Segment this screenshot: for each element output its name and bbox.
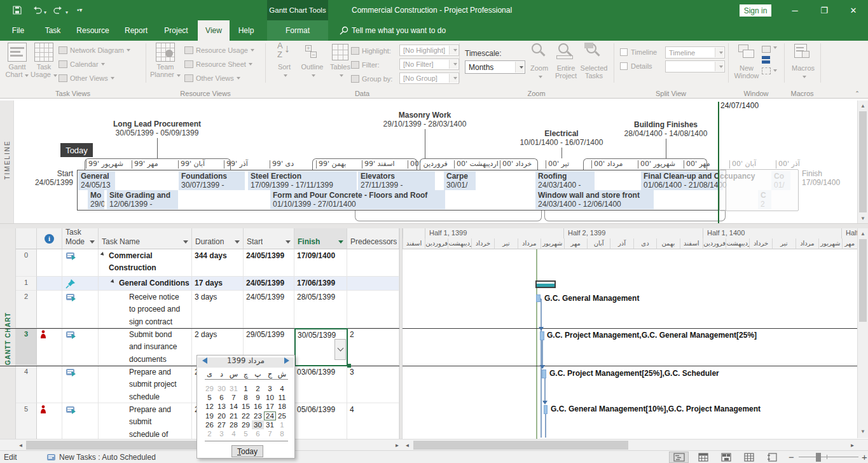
cell-pred-4[interactable]: 3 — [347, 366, 399, 403]
calendar-day[interactable]: 13 — [216, 402, 228, 411]
calendar-views-button[interactable]: Calendar — [59, 59, 143, 69]
groupby-combo-arrow[interactable] — [449, 74, 458, 83]
calendar-day[interactable]: 2 — [203, 429, 216, 438]
gantt-chart-view-button[interactable] — [669, 452, 689, 463]
calendar-day[interactable]: 28 — [228, 420, 240, 429]
cell-info-4[interactable] — [37, 366, 62, 403]
redo-dropdown-icon[interactable]: ▾ — [65, 8, 68, 18]
timeline-scroll-thumb[interactable] — [859, 111, 867, 212]
gantt-chart-pane-tab[interactable]: GANTT CHART — [0, 228, 16, 441]
calendar-day[interactable]: 27 — [216, 420, 228, 429]
column-header-rownum[interactable] — [16, 228, 37, 249]
column-header-finish[interactable]: Finish — [294, 228, 347, 249]
calendar-day[interactable]: 8 — [276, 429, 288, 438]
cell-pred-5[interactable]: 4 — [347, 403, 399, 441]
gantt-scroll-down-icon[interactable]: ▼ — [858, 426, 868, 436]
cell-finish-4[interactable]: 03/06/1399 — [294, 366, 347, 403]
outline-collapse-icon[interactable] — [111, 279, 116, 284]
redo-icon[interactable] — [53, 6, 64, 15]
other-views-button[interactable]: Other Views — [59, 73, 143, 83]
tab-help[interactable]: Help — [232, 20, 260, 41]
gantt-scroll-thumb[interactable] — [859, 239, 867, 322]
calendar-day[interactable]: 6 — [216, 393, 228, 402]
cell-pred-0[interactable] — [347, 249, 399, 277]
minimize-button[interactable]: ─ — [780, 0, 809, 20]
calendar-day[interactable]: 31 — [264, 420, 276, 429]
tab-task[interactable]: Task — [37, 20, 69, 41]
tell-me-search[interactable]: Tell me what you want to do — [352, 20, 446, 41]
calendar-day[interactable]: 3 — [264, 384, 276, 393]
task-usage-button[interactable]: TaskUsage — [31, 43, 57, 78]
collapse-ribbon-icon[interactable]: ⌃ — [853, 90, 862, 97]
cell-name-0[interactable]: Commercial Construction — [99, 249, 192, 277]
team-planner-view-button[interactable] — [716, 452, 736, 463]
save-icon[interactable] — [13, 6, 22, 15]
calendar-day[interactable]: 19 — [203, 411, 216, 420]
cell-mode-4[interactable] — [62, 366, 99, 403]
timeline-bar[interactable]: Roofing24/03/1400 - — [535, 171, 595, 190]
cell-name-5[interactable]: Prepare and submit schedule of — [99, 403, 192, 441]
cell-mode-2[interactable] — [62, 291, 99, 328]
cell-duration-1[interactable]: 17 days — [192, 277, 244, 291]
timeline-pane-tab[interactable]: TIMELINE — [0, 100, 14, 223]
timeline-scroll-up-icon[interactable]: ▲ — [858, 100, 868, 111]
calendar-day[interactable]: 1 — [240, 384, 252, 393]
tab-resource[interactable]: Resource — [71, 20, 114, 41]
calendar-day[interactable]: 30 — [252, 420, 264, 429]
customize-quick-access-icon[interactable]: ▪▾ — [77, 5, 83, 15]
table-scroll-right-icon[interactable]: ► — [392, 440, 402, 450]
timeline-vscrollbar[interactable]: ▲▼ — [857, 100, 868, 223]
gantt-task-bar[interactable] — [542, 370, 546, 378]
calendar-day[interactable]: 3 — [216, 429, 228, 438]
cell-info-2[interactable] — [37, 291, 62, 328]
calendar-day[interactable]: 12 — [203, 402, 216, 411]
cell-finish-0[interactable]: 17/09/1400 — [294, 249, 347, 277]
selected-tasks-button[interactable]: SelectedTasks — [580, 43, 608, 79]
sort-button[interactable]: AZ↓Sort — [270, 43, 298, 78]
timeline-bar[interactable]: Window wall and store front24/03/1400 - … — [535, 190, 654, 209]
timeline-view-combo[interactable]: Timeline — [665, 46, 725, 59]
cell-info-5[interactable] — [37, 403, 62, 441]
report-view-button[interactable] — [762, 452, 782, 463]
arrange-all-dropdown-icon[interactable] — [773, 46, 777, 49]
row-header-5[interactable]: 5 — [16, 403, 37, 441]
hide-window-icon[interactable] — [762, 67, 771, 74]
resource-usage-button[interactable]: Resource Usage — [184, 45, 262, 55]
team-planner-button[interactable]: TeamPlanner — [150, 43, 181, 78]
calendar-today-button[interactable]: Today — [231, 445, 263, 457]
tab-file[interactable]: File — [5, 20, 31, 41]
cell-finish-1[interactable]: 17/06/1399 — [294, 277, 347, 291]
cell-pred-2[interactable] — [347, 291, 399, 328]
cell-info-1[interactable] — [37, 277, 62, 291]
resource-sheet-view-button[interactable] — [739, 452, 759, 463]
calendar-day-today[interactable]: 24 — [264, 411, 276, 420]
cell-mode-0[interactable] — [62, 249, 99, 277]
close-button[interactable]: ✕ — [839, 0, 868, 20]
timeline-pane[interactable]: TIMELINEStart24/05/1399Finish17/09/14009… — [0, 100, 868, 223]
timeline-scroll-down-icon[interactable]: ▼ — [858, 213, 868, 223]
filter-combo-arrow[interactable] — [449, 60, 458, 69]
undo-icon[interactable] — [32, 6, 42, 15]
entire-project-button[interactable]: EntireProject — [552, 43, 580, 79]
cell-mode-3[interactable] — [62, 328, 99, 366]
timeline-bar[interactable]: General24/05/13 — [78, 171, 115, 190]
finish-dropdown-button[interactable] — [334, 339, 346, 360]
calendar-day[interactable]: 18 — [276, 402, 288, 411]
cell-info-0[interactable] — [37, 249, 62, 277]
row-header-3[interactable]: 3 — [16, 328, 37, 366]
calendar-day[interactable]: 2 — [252, 384, 264, 393]
cell-start-0[interactable]: 24/05/1399 — [244, 249, 294, 277]
cell-name-4[interactable]: Prepare and submit project schedule — [99, 366, 192, 403]
calendar-day[interactable]: 5 — [240, 429, 252, 438]
column-header-info[interactable]: i — [37, 228, 62, 249]
cell-pred-1[interactable] — [347, 277, 399, 291]
cell-duration-2[interactable]: 3 days — [192, 291, 244, 328]
cell-finish-2[interactable]: 28/05/1399 — [294, 291, 347, 328]
timeline-bar[interactable]: Steel Erection17/09/1399 - 17/11/1399 — [248, 171, 357, 190]
undo-dropdown-icon[interactable]: ▾ — [44, 8, 46, 18]
cell-mode-5[interactable] — [62, 403, 99, 441]
task-usage-view-button[interactable] — [693, 452, 713, 463]
gantt-chart-button[interactable]: GanttChart — [4, 43, 31, 78]
resource-sheet-button[interactable]: Resource Sheet — [184, 59, 262, 69]
other-views-resource-button[interactable]: Other Views — [184, 73, 262, 83]
